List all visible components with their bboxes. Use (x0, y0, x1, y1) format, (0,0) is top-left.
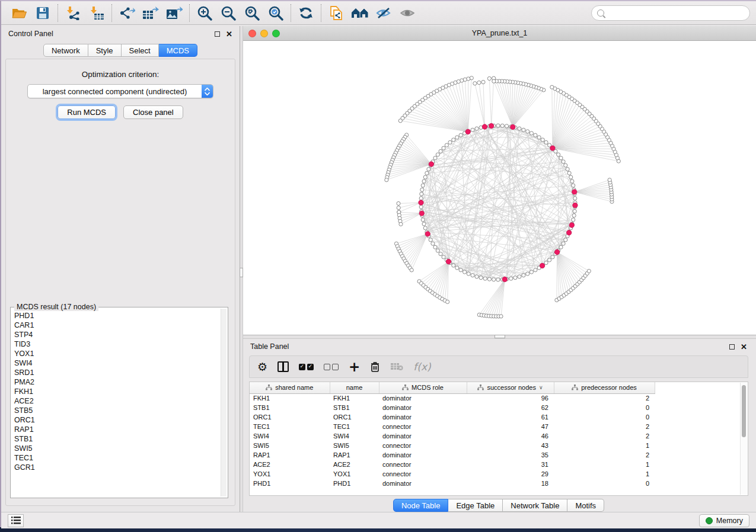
table-cell[interactable]: 0 (554, 412, 655, 422)
tab-network[interactable]: Network (43, 44, 88, 57)
tab-network-table[interactable]: Network Table (503, 499, 567, 512)
table-cell[interactable]: 2 (554, 431, 655, 441)
mcds-result-item[interactable]: STP4 (14, 330, 218, 339)
mcds-result-item[interactable]: SWI4 (14, 358, 218, 368)
table-cell[interactable]: STB1 (250, 403, 330, 412)
table-cell[interactable]: dominator (379, 393, 467, 403)
table-cell[interactable]: SWI4 (250, 431, 330, 441)
table-cell[interactable]: 2 (554, 422, 655, 431)
table-cell[interactable]: TEC1 (250, 422, 330, 431)
column-header-name[interactable]: name (330, 382, 379, 393)
column-header-mcds-role[interactable]: MCDS role (379, 382, 467, 393)
table-cell[interactable]: 61 (467, 412, 554, 422)
hide-selected-button[interactable] (372, 3, 395, 23)
table-cell[interactable]: dominator (379, 412, 467, 422)
table-cell[interactable]: YOX1 (330, 469, 379, 479)
zoom-in-button[interactable] (193, 3, 216, 23)
select-all-rows-icon[interactable] (299, 364, 314, 370)
mcds-result-item[interactable]: ORC1 (14, 415, 218, 425)
mcds-result-item[interactable]: CAR1 (14, 321, 218, 330)
table-cell[interactable]: 47 (467, 422, 554, 431)
horizontal-splitter[interactable] (243, 335, 756, 339)
mcds-result-list[interactable]: PHD1CAR1STP4TID3YOX1SWI4SRD1PMA2FKH1ACE2… (12, 309, 220, 496)
table-scrollbar[interactable] (740, 383, 747, 495)
minimize-window-icon[interactable] (260, 30, 268, 37)
table-cell[interactable]: 46 (467, 431, 554, 441)
first-neighbors-button[interactable] (348, 3, 372, 23)
table-cell[interactable]: 29 (467, 469, 554, 479)
criterion-dropdown[interactable]: largest connected component (undirected) (27, 84, 213, 98)
maximize-window-icon[interactable] (272, 30, 280, 37)
table-cell[interactable]: 1 (554, 469, 655, 479)
mcds-result-item[interactable]: TID3 (14, 339, 218, 349)
close-window-icon[interactable] (248, 30, 256, 37)
table-row[interactable]: SWI5SWI5connector431 (250, 441, 655, 450)
close-panel-icon[interactable]: ✕ (741, 343, 747, 351)
apply-layout-button[interactable] (294, 3, 318, 23)
scrollbar-thumb[interactable] (742, 385, 746, 437)
mcds-result-item[interactable]: SWI5 (14, 444, 218, 453)
mcds-result-item[interactable]: TEC1 (14, 453, 218, 463)
zoom-out-button[interactable] (216, 3, 240, 23)
tab-mcds[interactable]: MCDS (159, 44, 197, 57)
table-cell[interactable]: SWI5 (330, 441, 379, 450)
table-cell[interactable]: STB1 (330, 403, 379, 412)
mcds-result-item[interactable]: SRD1 (14, 368, 218, 377)
table-cell[interactable]: 62 (467, 403, 554, 412)
table-cell[interactable]: RAP1 (330, 450, 379, 460)
table-cell[interactable]: 18 (467, 479, 554, 488)
mcds-result-item[interactable]: ACE2 (14, 396, 218, 406)
mcds-result-item[interactable]: STB1 (14, 434, 218, 444)
zoom-fit-button[interactable] (240, 3, 264, 23)
table-row[interactable]: STB1STB1dominator620 (250, 403, 655, 412)
export-network-button[interactable] (115, 3, 139, 23)
tab-select[interactable]: Select (122, 44, 159, 57)
delete-column-icon[interactable] (370, 361, 380, 373)
table-cell[interactable]: 1 (554, 460, 655, 469)
mcds-result-item[interactable]: FKH1 (14, 387, 218, 396)
table-cell[interactable]: 2 (554, 450, 655, 460)
table-settings-gear-icon[interactable]: ⚙ (257, 360, 267, 373)
mcds-result-item[interactable]: YOX1 (14, 349, 218, 358)
tab-edge-table[interactable]: Edge Table (448, 499, 503, 512)
table-row[interactable]: TEC1TEC1connector472 (250, 422, 655, 431)
mcds-result-item[interactable]: PHD1 (14, 311, 218, 321)
column-visibility-icon[interactable] (277, 361, 289, 372)
table-cell[interactable]: 1 (554, 441, 655, 450)
tab-node-table[interactable]: Node Table (393, 499, 449, 512)
table-cell[interactable]: ACE2 (250, 460, 330, 469)
table-row[interactable]: FKH1FKH1dominator962 (250, 393, 655, 403)
table-cell[interactable]: FKH1 (330, 393, 379, 403)
table-cell[interactable]: connector (379, 469, 467, 479)
show-all-button[interactable] (395, 3, 419, 23)
table-cell[interactable]: ACE2 (330, 460, 379, 469)
table-cell[interactable]: 0 (554, 403, 655, 412)
export-image-button[interactable] (162, 3, 186, 23)
network-canvas[interactable] (243, 41, 756, 335)
column-header-predecessor-nodes[interactable]: predecessor nodes (554, 382, 655, 393)
table-cell[interactable]: ORC1 (330, 412, 379, 422)
table-cell[interactable]: 96 (467, 393, 554, 403)
table-cell[interactable]: PHD1 (330, 479, 379, 488)
table-cell[interactable]: RAP1 (250, 450, 330, 460)
mcds-result-item[interactable]: RAP1 (14, 425, 218, 434)
table-cell[interactable]: SWI4 (330, 431, 379, 441)
open-session-button[interactable] (7, 3, 31, 23)
show-task-history-button[interactable] (8, 514, 24, 527)
table-cell[interactable]: connector (379, 460, 467, 469)
run-mcds-button[interactable]: Run MCDS (58, 105, 116, 119)
search-input[interactable] (608, 9, 744, 17)
zoom-selected-button[interactable] (264, 3, 288, 23)
result-scrollbar[interactable] (221, 309, 227, 496)
clone-network-button[interactable] (324, 3, 348, 23)
table-cell[interactable]: PHD1 (250, 479, 330, 488)
close-panel-icon[interactable]: ✕ (226, 30, 232, 38)
save-session-button[interactable] (31, 3, 55, 23)
table-row[interactable]: ORC1ORC1dominator610 (250, 412, 655, 422)
export-table-button[interactable] (139, 3, 162, 23)
table-row[interactable]: ACE2ACE2connector311 (250, 460, 655, 469)
float-panel-icon[interactable] (729, 344, 735, 350)
deselect-all-rows-icon[interactable] (324, 364, 339, 370)
float-panel-icon[interactable] (215, 31, 220, 37)
table-cell[interactable]: 31 (467, 460, 554, 469)
